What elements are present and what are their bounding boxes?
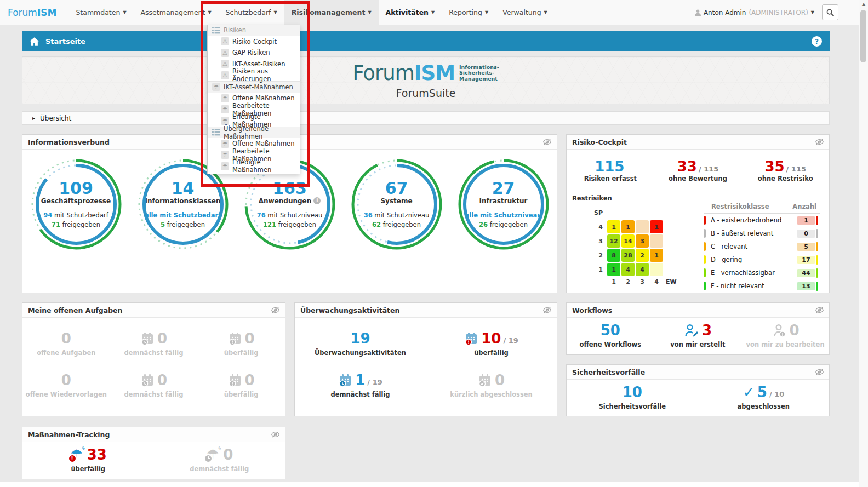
- legend-color-bar: [704, 242, 706, 251]
- scrollbar-thumb[interactable]: [860, 10, 866, 62]
- matrix-cell[interactable]: 1: [621, 220, 635, 233]
- nav-item-risikomanagement[interactable]: Risikomanagement▼: [284, 0, 379, 25]
- help-button[interactable]: ?: [812, 36, 822, 47]
- matrix-cell[interactable]: 1: [607, 263, 620, 276]
- top-navbar: ForumISM Stammdaten▼ Assetmanagement▼ Sc…: [0, 0, 859, 25]
- legend-row[interactable]: E - vernachlässigbar 44: [704, 266, 820, 279]
- hide-widget-icon[interactable]: [815, 369, 824, 375]
- user-name: Anton Admin: [704, 9, 746, 16]
- menu-item-erledigte-massnahmen[interactable]: ☂Erledigte Maßnahmen: [208, 161, 300, 172]
- panel-title: Maßnahmen-Tracking: [28, 431, 110, 439]
- stat-ueberfaellig[interactable]: 10/ 19 überfällig: [426, 322, 557, 364]
- stat-ueberfaellig[interactable]: 0 überfällig: [197, 322, 285, 364]
- hide-widget-icon[interactable]: [815, 307, 824, 313]
- chevron-down-icon: ▼: [431, 10, 435, 15]
- scrollbar-up-arrow[interactable]: ▲: [859, 0, 868, 9]
- panel-title: Workflows: [572, 306, 612, 314]
- stat-ueberwachungsaktivitaeten[interactable]: 19 Überwachungsaktivitäten: [295, 322, 426, 364]
- stat-ueberfaellig[interactable]: 0 überfällig: [197, 364, 285, 405]
- stat-von-mir-zu-bearbeiten[interactable]: 0 von mir zu bearbeiten: [741, 318, 829, 352]
- nav-item-aktivitaeten[interactable]: Aktivitäten▼: [379, 0, 442, 25]
- matrix-cell[interactable]: 1: [650, 220, 663, 233]
- stat-ohne-bewertung[interactable]: 33/ 115 ohne Bewertung: [654, 159, 742, 182]
- vertical-scrollbar[interactable]: ▲: [859, 0, 868, 487]
- stat-offene-aufgaben[interactable]: 0 offene Aufgaben: [22, 322, 110, 364]
- restrisiken-label: Restrisiken: [567, 190, 829, 202]
- check-icon: ✓: [743, 384, 755, 400]
- stat-abgeschlossen[interactable]: ✓ 5/ 10 abgeschlossen: [698, 380, 830, 414]
- stat-ueberfaellig[interactable]: ☂ϟ! 33 überfällig: [22, 442, 154, 476]
- chevron-down-icon: ▼: [208, 10, 211, 15]
- risk-matrix: SP 4 1 1 1 3 12 14 3 2 8 28 2 1 1 1 4 4: [594, 209, 677, 285]
- matrix-cell[interactable]: 3: [636, 234, 649, 248]
- nav-item-reporting[interactable]: Reporting▼: [442, 0, 495, 25]
- collapse-arrow-icon: ▸: [32, 115, 35, 121]
- hide-widget-icon[interactable]: [543, 139, 551, 145]
- matrix-cell[interactable]: 8: [607, 249, 620, 262]
- stat-offene-wiedervorlagen[interactable]: 0 offene Wiedervorlagen: [22, 364, 110, 405]
- legend-color-bar: [704, 268, 706, 277]
- matrix-cell[interactable]: [650, 234, 663, 248]
- panel-ueberwachungsaktivitaeten: Überwachungsaktivitäten 19 Überwachungsa…: [294, 302, 557, 416]
- stat-von-mir-erstellt[interactable]: 3 von mir erstellt: [654, 318, 742, 352]
- menu-item-risiken-aus-aenderungen[interactable]: ⚠Risiken aus Änderungen: [208, 70, 300, 81]
- stat-risiken-erfasst[interactable]: 115 Risiken erfasst: [567, 159, 654, 182]
- matrix-cell[interactable]: 1: [607, 220, 620, 233]
- ring-chart: [456, 157, 551, 251]
- stat-demnaechst-faellig[interactable]: 0 demnächst fällig: [110, 364, 198, 405]
- stat-kuerzlich-abgeschlossen[interactable]: 0 kürzlich abgeschlossen: [426, 364, 557, 405]
- stat-demnaechst-faellig[interactable]: ☂ϟ 0 demnächst fällig: [154, 442, 285, 476]
- calendar-alert-icon: [228, 331, 242, 346]
- home-icon[interactable]: [30, 37, 39, 46]
- matrix-cell[interactable]: [636, 220, 649, 233]
- hide-widget-icon[interactable]: [271, 431, 279, 438]
- stat-offene-workflows[interactable]: 50 offene Workflows: [567, 318, 654, 352]
- legend-row[interactable]: F - nicht relevant 13: [704, 279, 820, 293]
- stat-demnaechst-faellig[interactable]: 0 demnächst fällig: [110, 322, 198, 364]
- matrix-cell[interactable]: 1: [650, 249, 663, 262]
- brand-logo[interactable]: ForumISM: [0, 0, 68, 25]
- main-menu: Stammdaten▼ Assetmanagement▼ Schutzbedar…: [68, 0, 554, 25]
- risk-icon: ⚠: [221, 37, 229, 45]
- matrix-cell[interactable]: 12: [607, 234, 620, 248]
- legend-row[interactable]: B - äußerst relevant 0: [704, 227, 820, 240]
- hide-widget-icon[interactable]: [815, 139, 824, 145]
- count-badge: 44: [797, 269, 815, 277]
- hide-widget-icon[interactable]: [543, 307, 551, 313]
- overview-toggle[interactable]: ▸ Übersicht: [22, 111, 830, 125]
- banner-logo-subtitle: Informations-Sicherheits-Management: [459, 65, 499, 82]
- risk-icon: ⚠: [221, 49, 229, 57]
- stat-sicherheitsvorfaelle[interactable]: 10 Sicherheitsvorfälle: [567, 380, 698, 414]
- matrix-cell[interactable]: [650, 263, 663, 276]
- menu-item-gap-risiken[interactable]: ⚠GAP-Risiken: [208, 47, 300, 59]
- search-button[interactable]: [822, 4, 838, 20]
- panel-header: Sicherheitsvorfälle: [567, 365, 829, 380]
- user-menu[interactable]: Anton Admin (ADMINISTRATOR) ▼: [695, 0, 814, 25]
- matrix-cell[interactable]: 28: [621, 249, 635, 262]
- legend-row[interactable]: C - relevant 5: [704, 240, 820, 253]
- list-icon: [212, 128, 220, 136]
- nav-item-assetmanagement[interactable]: Assetmanagement▼: [134, 0, 219, 25]
- menu-section-risiken[interactable]: Risiken: [208, 25, 300, 36]
- menu-section-uebergreifende-massnahmen[interactable]: Übergreifende Maßnahmen: [208, 127, 300, 139]
- matrix-cell[interactable]: 4: [621, 263, 635, 276]
- hide-widget-icon[interactable]: [271, 307, 279, 313]
- stat-demnaechst-faellig[interactable]: 1/ 19 demnächst fällig: [295, 364, 426, 405]
- panel-workflows: Workflows 50 offene Workflows 3 von mir …: [566, 302, 830, 355]
- matrix-cell[interactable]: 14: [621, 234, 635, 248]
- kpi-circle-systeme[interactable]: 67 Systeme 36 mit Schutzniveau 62 freige…: [349, 156, 445, 253]
- nav-item-stammdaten[interactable]: Stammdaten▼: [68, 0, 133, 25]
- nav-item-schutzbedarf[interactable]: Schutzbedarf▼: [219, 0, 284, 25]
- legend-row[interactable]: D - gering 17: [704, 253, 820, 266]
- kpi-circle-geschaeftsprozesse[interactable]: 109 Geschäftsprozesse 94 mit Schutzbedar…: [28, 156, 124, 253]
- legend-col-class: Restrisikoklasse: [711, 203, 769, 210]
- stat-ohne-restrisiko[interactable]: 35/ 115 ohne Restrisiko: [741, 159, 829, 182]
- matrix-cell[interactable]: 4: [636, 263, 649, 276]
- nav-item-verwaltung[interactable]: Verwaltung▼: [495, 0, 555, 25]
- matrix-cell[interactable]: 2: [636, 249, 649, 262]
- risk-icon: ⚠: [221, 71, 229, 79]
- person-alert-icon: [772, 323, 787, 338]
- kpi-circle-infrastruktur[interactable]: 27 Infrastruktur alle mit Schutzniveau 2…: [455, 156, 552, 253]
- legend-row[interactable]: A - existenzbedrohend 1: [704, 214, 820, 227]
- menu-item-risiko-cockpit[interactable]: ⚠Risiko-Cockpit: [208, 36, 300, 48]
